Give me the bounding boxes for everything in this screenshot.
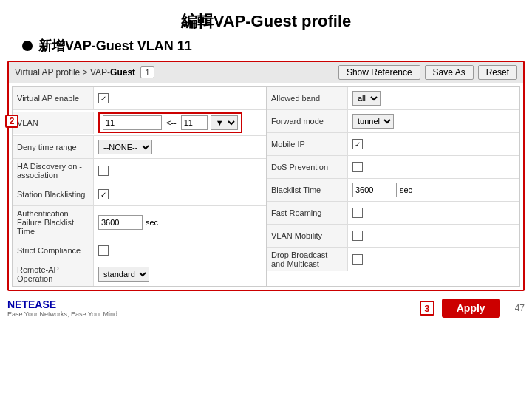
value-drop-bc (348, 252, 519, 267)
checkbox-vap-enable[interactable] (98, 93, 109, 103)
form-row-remote-ap: Remote-AP Operation standard (13, 262, 266, 286)
form-row-strict: Strict Compliance (13, 239, 266, 262)
step-badge-3: 3 (420, 301, 434, 316)
value-bl-time: sec (348, 180, 519, 200)
form-right: Allowed band all Forward mode tunnel Mob… (266, 86, 520, 287)
label-ha: HA Discovery on -association (13, 159, 94, 183)
step-badge-2: 2 (5, 115, 18, 128)
label-forward-mode: Forward mode (267, 110, 348, 132)
allowed-band-select[interactable]: all (352, 91, 381, 106)
auth-bl-input[interactable] (98, 215, 143, 230)
checkbox-strict[interactable] (98, 245, 109, 256)
vlan-input-2[interactable] (181, 115, 208, 130)
bullet-icon (22, 41, 33, 51)
label-auth-bl: Authentication Failure Blacklist Time (13, 206, 94, 239)
value-ha (94, 163, 266, 178)
label-remote-ap: Remote-AP Operation (13, 262, 94, 286)
form-row-station-bl: Station Blacklisting (13, 183, 266, 206)
value-auth-bl: sec (94, 213, 266, 232)
value-vlan-mobility (348, 228, 519, 243)
apply-button[interactable]: Apply (442, 299, 500, 318)
sec-label-bl: sec (400, 185, 412, 194)
label-bl-time: Blacklist Time (267, 179, 348, 201)
deny-time-select[interactable]: --NONE-- (98, 140, 152, 154)
label-strict: Strict Compliance (13, 239, 94, 262)
value-vlan: 2 <-- ▼ (94, 110, 266, 135)
vlan-select[interactable]: ▼ (211, 115, 238, 130)
label-deny-time: Deny time range (13, 136, 94, 158)
value-strict (94, 243, 266, 258)
form-row-auth-bl: Authentication Failure Blacklist Time se… (13, 206, 266, 239)
value-remote-ap: standard (94, 265, 266, 284)
value-allowed-band: all (348, 89, 519, 108)
footer-right: 3 Apply 47 (420, 299, 525, 318)
label-vap-enable: Virtual AP enable (13, 87, 94, 109)
forward-mode-select[interactable]: tunnel (352, 114, 394, 129)
checkbox-vlan-mobility[interactable] (352, 231, 363, 241)
form-row-vlan: VLAN 2 <-- ▼ (13, 110, 266, 136)
show-reference-button[interactable]: Show Reference (338, 65, 420, 80)
form-left: Virtual AP enable VLAN 2 <-- ▼ (12, 86, 266, 287)
step-badge-1: 1 (140, 66, 154, 78)
form-row-deny-time: Deny time range --NONE-- (13, 136, 266, 159)
label-mobile-ip: Mobile IP (267, 133, 348, 155)
value-mobile-ip (348, 137, 519, 151)
header-buttons: Show Reference Save As Reset (338, 65, 517, 80)
breadcrumb-path: Virtual AP profile > VAP-Guest 1 (15, 67, 332, 78)
checkbox-ha[interactable] (98, 166, 109, 176)
checkbox-dos[interactable] (352, 162, 363, 172)
logo-text: NETEASE (7, 299, 56, 310)
label-station-bl: Station Blacklisting (13, 183, 94, 205)
label-vlan-mobility: VLAN Mobility (267, 225, 348, 247)
remote-ap-select[interactable]: standard (98, 267, 149, 282)
value-dos (348, 160, 519, 174)
form-grid: Virtual AP enable VLAN 2 <-- ▼ (12, 86, 520, 287)
bl-time-input[interactable] (352, 183, 397, 197)
logo-area: NETEASE Ease Your Networks, Ease Your Mi… (7, 299, 120, 318)
breadcrumb-base: Virtual AP profile > VAP- (15, 67, 110, 78)
subtitle-text: 新增VAP-Guest VLAN 11 (38, 37, 192, 55)
footer-bar: NETEASE Ease Your Networks, Ease Your Mi… (0, 294, 532, 322)
value-station-bl (94, 187, 266, 202)
checkbox-fast-roaming[interactable] (352, 208, 363, 218)
label-drop-bc: Drop Broadcast and Multicast (267, 248, 348, 271)
form-row-fast-roaming: Fast Roaming (267, 202, 519, 225)
form-row-forward-mode: Forward mode tunnel (267, 110, 519, 133)
form-row-vap-enable: Virtual AP enable (13, 87, 266, 110)
label-dos: DoS Prevention (267, 156, 348, 178)
vlan-arrow-icon: <-- (165, 118, 178, 127)
label-fast-roaming: Fast Roaming (267, 202, 348, 224)
value-fast-roaming (348, 205, 519, 220)
form-row-dos: DoS Prevention (267, 156, 519, 179)
reset-button[interactable]: Reset (478, 65, 517, 80)
form-row-mobile-ip: Mobile IP (267, 133, 519, 156)
vlan-box: <-- ▼ (98, 112, 242, 133)
form-row-ha: HA Discovery on -association (13, 159, 266, 183)
sec-label-auth: sec (146, 218, 158, 227)
vlan-input[interactable] (103, 115, 162, 130)
logo-sub: Ease Your Networks, Ease Your Mind. (7, 310, 120, 318)
form-row-vlan-mobility: VLAN Mobility (267, 225, 519, 248)
panel-body: Virtual AP enable VLAN 2 <-- ▼ (9, 83, 523, 290)
breadcrumb-highlight: Guest (110, 67, 135, 78)
checkbox-drop-bc[interactable] (352, 254, 363, 265)
form-row-bl-time: Blacklist Time sec (267, 179, 519, 202)
value-forward-mode: tunnel (348, 112, 519, 131)
panel-header: Virtual AP profile > VAP-Guest 1 Show Re… (9, 62, 523, 83)
value-vap-enable (94, 91, 266, 106)
save-as-button[interactable]: Save As (425, 65, 474, 80)
label-vlan: VLAN (13, 112, 94, 134)
page-number: 47 (515, 303, 525, 313)
checkbox-mobile-ip[interactable] (352, 139, 363, 149)
label-allowed-band: Allowed band (267, 87, 348, 109)
checkbox-station-bl[interactable] (98, 189, 109, 200)
form-row-allowed-band: Allowed band all (267, 87, 519, 110)
value-deny-time: --NONE-- (94, 137, 266, 157)
form-row-drop-bc: Drop Broadcast and Multicast (267, 248, 519, 271)
main-panel: Virtual AP profile > VAP-Guest 1 Show Re… (7, 61, 525, 291)
page-title: 編輯VAP-Guest profile (0, 0, 532, 37)
